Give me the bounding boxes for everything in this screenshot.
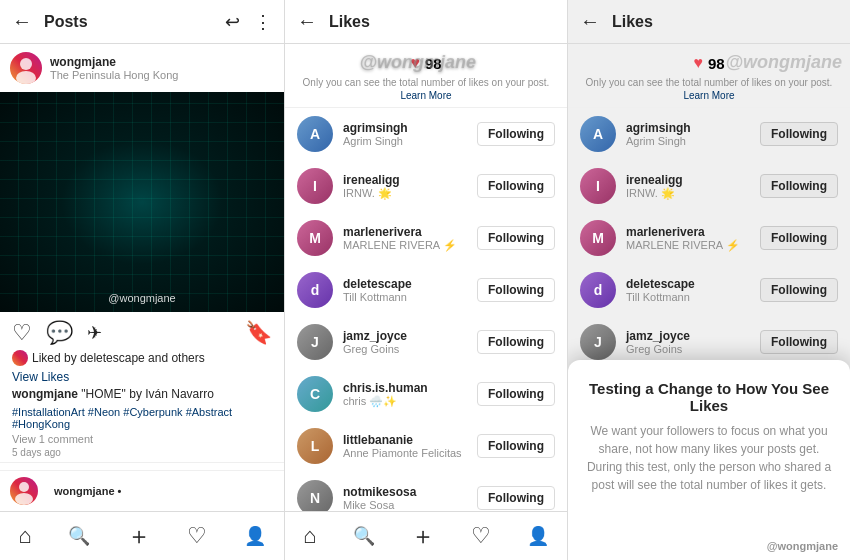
liker-username[interactable]: chris.is.human xyxy=(343,381,467,395)
liker-username[interactable]: jamz_joyce xyxy=(626,329,750,343)
liker-info: irenealigg IRNW. 🌟 xyxy=(626,173,750,200)
svg-point-1 xyxy=(16,71,36,84)
liker-avatar[interactable]: d xyxy=(297,272,333,308)
following-button[interactable]: Following xyxy=(477,382,555,406)
liker-display: Greg Goins xyxy=(343,343,467,355)
liker-avatar[interactable]: J xyxy=(297,324,333,360)
liker-avatar[interactable]: A xyxy=(297,116,333,152)
likes-text: Liked by deletescape and others xyxy=(32,351,205,365)
posts-title: Posts xyxy=(44,13,225,31)
following-button[interactable]: Following xyxy=(477,278,555,302)
liker-username[interactable]: jamz_joyce xyxy=(343,329,467,343)
likes-change-overlay: Testing a Change to How You See Likes We… xyxy=(568,360,850,560)
more-icon[interactable]: ⋮ xyxy=(254,11,272,33)
liker-info: marlenerivera MARLENE RIVERA ⚡ xyxy=(343,225,467,252)
watermark-dark-top: @wongmjane xyxy=(725,52,842,73)
liker-display: Till Kottmann xyxy=(343,291,467,303)
following-button[interactable]: Following xyxy=(760,330,838,354)
following-button[interactable]: Following xyxy=(477,434,555,458)
post-username[interactable]: wongmjane xyxy=(50,55,274,69)
liker-info: jamz_joyce Greg Goins xyxy=(626,329,750,355)
comment-icon[interactable]: 💬 xyxy=(46,320,73,346)
learn-more-link-dark[interactable]: Learn More xyxy=(683,90,734,101)
liker-avatar[interactable]: N xyxy=(297,480,333,511)
liker-avatar[interactable]: d xyxy=(580,272,616,308)
liker-username[interactable]: marlenerivera xyxy=(626,225,750,239)
liker-username[interactable]: irenealigg xyxy=(626,173,750,187)
likes-count-row-light: ♥ 98 xyxy=(410,54,441,72)
back-arrow-icon[interactable]: ← xyxy=(12,10,32,33)
following-button[interactable]: Following xyxy=(477,330,555,354)
liker-info: agrimsingh Agrim Singh xyxy=(626,121,750,147)
following-button[interactable]: Following xyxy=(760,122,838,146)
liker-username[interactable]: deletescape xyxy=(343,277,467,291)
view-comments[interactable]: View 1 comment xyxy=(12,433,272,445)
likes-panel-light: ← Likes ♥ 98 Only you can see the total … xyxy=(285,0,568,560)
bookmark-icon[interactable]: 🔖 xyxy=(245,320,272,346)
post-user-avatar[interactable] xyxy=(10,52,42,84)
liker-info: jamz_joyce Greg Goins xyxy=(343,329,467,355)
liker-info: marlenerivera MARLENE RIVERA ⚡ xyxy=(626,225,750,252)
liker-display: MARLENE RIVERA ⚡ xyxy=(343,239,467,252)
liker-info: littlebananie Anne Piamonte Felicitas xyxy=(343,433,467,459)
liker-row: A agrimsingh Agrim Singh Following xyxy=(568,108,850,160)
image-watermark: @wongmjane xyxy=(108,292,175,304)
view-likes-link[interactable]: View Likes xyxy=(12,370,272,384)
post-hashtags: #InstallationArt #Neon #Cyberpunk #Abstr… xyxy=(12,406,272,430)
liker-avatar[interactable]: C xyxy=(297,376,333,412)
nav-create-icon-l[interactable]: ＋ xyxy=(411,520,435,552)
likes-back-arrow-light[interactable]: ← xyxy=(297,10,317,33)
following-button[interactable]: Following xyxy=(477,122,555,146)
following-button[interactable]: Following xyxy=(760,278,838,302)
post-time: 5 days ago xyxy=(12,447,272,458)
liker-username[interactable]: marlenerivera xyxy=(343,225,467,239)
likes-note-dark: Only you can see the total number of lik… xyxy=(586,76,833,90)
following-button[interactable]: Following xyxy=(477,174,555,198)
nav-likes-icon-l[interactable]: ♡ xyxy=(471,523,491,549)
following-button[interactable]: Following xyxy=(477,486,555,510)
liker-avatar[interactable]: L xyxy=(297,428,333,464)
liker-row: I irenealigg IRNW. 🌟 Following xyxy=(568,160,850,212)
nav-create-icon[interactable]: ＋ xyxy=(127,520,151,552)
liker-row: L littlebananie Anne Piamonte Felicitas … xyxy=(285,420,567,472)
liker-avatar[interactable]: M xyxy=(580,220,616,256)
learn-more-link-light[interactable]: Learn More xyxy=(400,90,451,101)
liker-username[interactable]: agrimsingh xyxy=(343,121,467,135)
liker-username[interactable]: littlebananie xyxy=(343,433,467,447)
nav-search-icon[interactable]: 🔍 xyxy=(68,525,90,547)
liker-row: N notmikesosa Mike Sosa Following xyxy=(285,472,567,511)
liker-row: C chris.is.human chris 🌧️✨ Following xyxy=(285,368,567,420)
liker-username[interactable]: irenealigg xyxy=(343,173,467,187)
likes-back-arrow-dark[interactable]: ← xyxy=(580,10,600,33)
nav-home-icon-l[interactable]: ⌂ xyxy=(303,523,316,549)
liker-avatar[interactable]: M xyxy=(297,220,333,256)
nav-likes-icon[interactable]: ♡ xyxy=(187,523,207,549)
liker-avatar[interactable]: J xyxy=(580,324,616,360)
liker-username[interactable]: notmikesosa xyxy=(343,485,467,499)
like-icon[interactable]: ♡ xyxy=(12,320,32,346)
liker-avatar[interactable]: I xyxy=(580,168,616,204)
likes-row: Liked by deletescape and others xyxy=(12,350,272,366)
nav-search-icon-l[interactable]: 🔍 xyxy=(353,525,375,547)
tunnel-visual xyxy=(0,92,284,312)
share-icon[interactable]: ↩ xyxy=(225,11,240,33)
nav-profile-icon-l[interactable]: 👤 xyxy=(527,525,549,547)
liker-username[interactable]: agrimsingh xyxy=(626,121,750,135)
liker-avatar[interactable]: A xyxy=(580,116,616,152)
following-button[interactable]: Following xyxy=(760,226,838,250)
liker-row: d deletescape Till Kottmann Following xyxy=(285,264,567,316)
following-button[interactable]: Following xyxy=(477,226,555,250)
post-user-info: wongmjane The Peninsula Hong Kong xyxy=(50,55,274,81)
liker-row: J jamz_joyce Greg Goins Following xyxy=(285,316,567,368)
share-post-icon[interactable]: ✈ xyxy=(87,322,102,344)
nav-profile-icon[interactable]: 👤 xyxy=(244,525,266,547)
caption-username[interactable]: wongmjane xyxy=(12,387,78,401)
svg-point-3 xyxy=(15,493,33,505)
liker-display: Mike Sosa xyxy=(343,499,467,511)
nav-home-icon[interactable]: ⌂ xyxy=(18,523,31,549)
liker-avatar[interactable]: I xyxy=(297,168,333,204)
likes-header-dark: ← Likes xyxy=(568,0,850,44)
following-button[interactable]: Following xyxy=(760,174,838,198)
likes-panel-dark: ← Likes ♥ 98 Only you can see the total … xyxy=(568,0,850,560)
liker-username[interactable]: deletescape xyxy=(626,277,750,291)
